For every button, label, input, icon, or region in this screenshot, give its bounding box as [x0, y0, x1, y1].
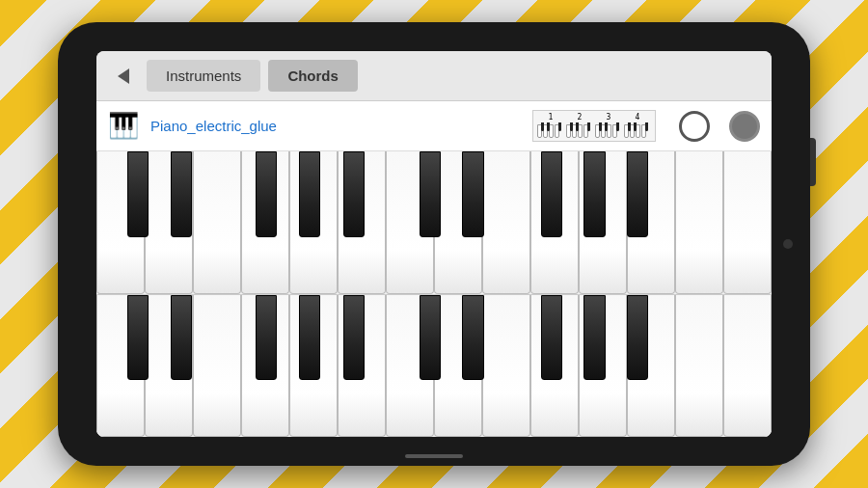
tab-instruments[interactable]: Instruments: [147, 60, 260, 92]
black-key[interactable]: [541, 295, 562, 381]
black-key[interactable]: [343, 295, 365, 381]
white-key[interactable]: [482, 151, 530, 294]
top-navigation-bar: Instruments Chords: [96, 51, 772, 101]
circle-filled-button[interactable]: [729, 111, 760, 142]
piano-icon: 🎹: [108, 111, 139, 141]
black-key[interactable]: [343, 151, 365, 237]
home-indicator: [405, 454, 463, 458]
black-key[interactable]: [171, 151, 192, 237]
black-key[interactable]: [462, 295, 483, 381]
white-key[interactable]: [482, 295, 530, 438]
black-key[interactable]: [583, 295, 605, 381]
black-key[interactable]: [256, 295, 277, 381]
black-key[interactable]: [583, 151, 605, 237]
black-key[interactable]: [127, 295, 149, 381]
back-button[interactable]: [108, 61, 139, 92]
white-key[interactable]: [675, 151, 723, 294]
black-key[interactable]: [627, 151, 648, 237]
black-key[interactable]: [256, 151, 277, 237]
back-icon: [118, 68, 129, 84]
white-key[interactable]: [675, 295, 723, 438]
keyboard-row-bottom: [96, 295, 772, 438]
instrument-bar: 🎹 Piano_electric_glue 1: [96, 101, 772, 151]
white-key[interactable]: [193, 151, 241, 294]
black-key[interactable]: [420, 295, 441, 381]
white-key[interactable]: [723, 295, 772, 438]
black-key[interactable]: [627, 295, 648, 381]
piano-keys-top: [96, 151, 772, 294]
instrument-name[interactable]: Piano_electric_glue: [150, 118, 277, 134]
power-indicator: [783, 239, 793, 249]
black-key[interactable]: [541, 151, 562, 237]
piano-keys-bottom: [96, 295, 772, 438]
black-key[interactable]: [462, 151, 483, 237]
phone-screen: Instruments Chords 🎹 Piano_electric_glue…: [96, 51, 772, 437]
tab-chords[interactable]: Chords: [268, 60, 358, 92]
white-key[interactable]: [723, 151, 772, 294]
white-key[interactable]: [193, 295, 241, 438]
black-key[interactable]: [299, 295, 320, 381]
phone-frame: Instruments Chords 🎹 Piano_electric_glue…: [58, 22, 810, 466]
piano-keyboards: [96, 151, 772, 437]
black-key[interactable]: [299, 151, 320, 237]
keyboard-row-top: [96, 151, 772, 295]
black-key[interactable]: [420, 151, 441, 237]
circle-empty-button[interactable]: [679, 111, 710, 142]
octave-selector: 1 2: [532, 110, 656, 142]
black-key[interactable]: [127, 151, 149, 237]
black-key[interactable]: [171, 295, 192, 381]
